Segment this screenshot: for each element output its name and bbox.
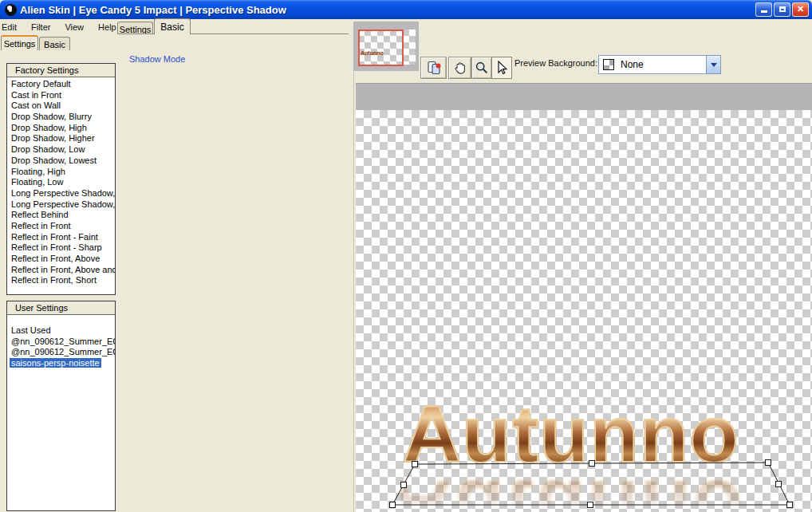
list-item[interactable]: Floating, High <box>10 167 115 178</box>
tab-settings[interactable]: Settings <box>117 22 153 34</box>
list-item[interactable]: Last Used <box>10 325 115 337</box>
preview-compare-icon <box>426 60 442 76</box>
close-button[interactable]: ✕ <box>792 2 809 17</box>
factory-settings-header: Factory Settings <box>7 64 115 77</box>
hand-tool-button[interactable] <box>448 57 471 79</box>
list-item[interactable]: Long Perspective Shadow, <box>10 188 115 199</box>
factory-settings-list: Factory Settings Factory DefaultCast in … <box>6 63 116 295</box>
left-tab-basic[interactable]: Basic <box>39 37 70 50</box>
zoom-tool-button[interactable] <box>471 57 492 79</box>
panel-separator <box>353 36 354 512</box>
list-item[interactable]: Drop Shadow, Blurry <box>10 112 115 123</box>
select-arrow-icon <box>494 60 510 76</box>
menu-filter[interactable]: Filter <box>24 19 57 36</box>
preview-background-label: Preview Background: <box>514 58 597 68</box>
tab-basic[interactable]: Basic <box>154 18 191 34</box>
list-item[interactable]: Drop Shadow, Higher <box>10 133 115 144</box>
list-item[interactable]: Cast on Wall <box>10 100 115 112</box>
left-tab-settings[interactable]: Settings <box>1 35 38 50</box>
canvas-text-autunno: Autunno <box>403 396 786 472</box>
list-item[interactable]: Drop Shadow, High <box>10 123 115 134</box>
list-item[interactable]: saisons-persp-noisette <box>10 358 115 369</box>
list-item[interactable]: Reflect in Front - Faint <box>10 232 115 243</box>
zoom-tool-icon <box>474 60 490 76</box>
user-settings-header: User Settings <box>7 301 115 315</box>
list-item[interactable]: Drop Shadow, Lowest <box>10 156 115 167</box>
menu-view[interactable]: View <box>57 19 91 36</box>
alien-skin-logo-icon <box>5 4 17 16</box>
thumbnail-word: Autunno <box>361 50 384 56</box>
list-item[interactable]: Factory Default <box>10 79 115 90</box>
list-item[interactable]: @nn_090612_Summer_EC5 <box>10 337 115 348</box>
list-item[interactable]: Cast in Front <box>10 90 115 101</box>
canvas-top-strip <box>356 83 812 110</box>
preview-background-value: None <box>621 59 706 70</box>
settings-panel <box>117 33 349 512</box>
list-item[interactable]: Reflect in Front <box>10 221 115 232</box>
factory-settings-items: Factory DefaultCast in FrontCast on Wall… <box>7 77 115 286</box>
navigator-thumbnail[interactable]: Autunno <box>353 22 419 71</box>
hand-tool-icon <box>452 60 468 76</box>
list-item[interactable]: Long Perspective Shadow, <box>10 199 115 211</box>
title-bar: Alien Skin | Eye Candy 5 Impact | Perspe… <box>0 0 812 19</box>
maximize-button[interactable] <box>774 2 790 17</box>
list-item[interactable]: Reflect in Front, Above and <box>10 265 115 276</box>
list-item[interactable]: @nn_090612_Summer_EC5 <box>10 347 115 358</box>
dropdown-arrow-button[interactable] <box>706 56 720 73</box>
thumbnail-view-rectangle[interactable] <box>358 30 404 66</box>
list-item[interactable]: Reflect in Front, Short <box>10 275 115 286</box>
select-tool-button[interactable] <box>491 57 512 79</box>
canvas-text-reflection-copy: Autunno <box>400 471 793 512</box>
user-settings-list: User Settings Last Used@nn_090612_Summer… <box>6 301 116 511</box>
window-title: Alien Skin | Eye Candy 5 Impact | Perspe… <box>20 4 286 16</box>
shadow-mode-label: Shadow Mode <box>126 54 188 64</box>
list-item[interactable]: Reflect in Front - Sharp <box>10 242 115 254</box>
chevron-down-icon <box>711 63 717 67</box>
list-item[interactable]: Floating, Low <box>10 177 115 188</box>
transparency-swatch-icon <box>603 59 614 70</box>
preview-compare-button[interactable] <box>420 57 447 79</box>
user-settings-items: Last Used@nn_090612_Summer_EC5@nn_090612… <box>7 315 115 369</box>
menu-edit[interactable]: Edit <box>0 19 24 36</box>
minimize-button[interactable] <box>755 2 772 17</box>
list-item[interactable]: Reflect Behind <box>10 210 115 221</box>
canvas-text-reflection: Autunno <box>400 471 795 512</box>
list-item[interactable]: Reflect in Front, Above <box>10 254 115 265</box>
list-item[interactable]: Drop Shadow, Low <box>10 144 115 156</box>
preview-background-dropdown[interactable]: None <box>598 55 721 74</box>
